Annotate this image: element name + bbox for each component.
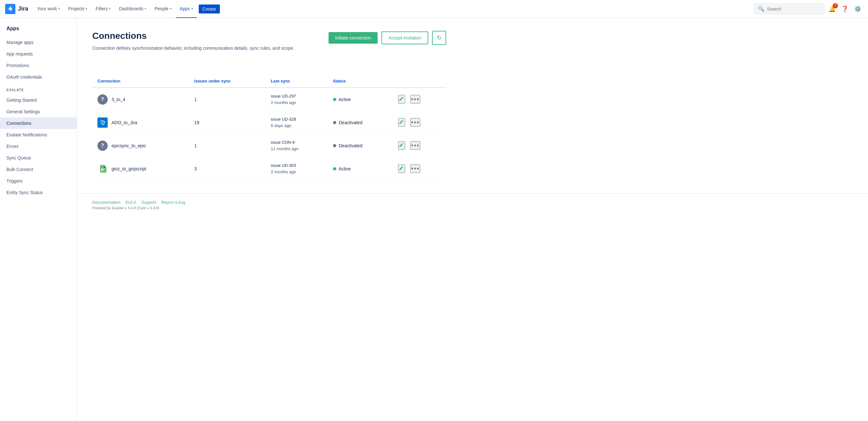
sidebar-item-entity-sync-status[interactable]: Entity Sync Status xyxy=(0,187,76,198)
status-dot-active xyxy=(333,98,336,101)
table-row: ADO_to_Jira 19 issue UD-328 6 days ago D… xyxy=(92,111,446,134)
edit-icon xyxy=(399,142,404,148)
main-content-area: Connections Connection defines synchroni… xyxy=(77,18,868,421)
edit-button[interactable] xyxy=(398,164,405,173)
notifications-button[interactable]: 🔔 7 xyxy=(827,4,837,14)
status-dot-inactive xyxy=(333,121,336,124)
connection-name-cell: ? 3_to_4 xyxy=(97,94,184,105)
sidebar-item-manage-apps[interactable]: Manage apps xyxy=(0,36,76,48)
status-label: Active xyxy=(339,166,351,171)
action-cell: ••• xyxy=(398,141,441,150)
status-label: Active xyxy=(339,97,351,102)
sidebar-item-promotions[interactable]: Promotions xyxy=(0,60,76,71)
more-button[interactable]: ••• xyxy=(410,164,420,173)
table-row: gioz_to_giojscript 3 issue UD-303 2 mont… xyxy=(92,157,446,180)
sidebar-item-app-requests[interactable]: App requests xyxy=(0,48,76,60)
last-sync-issue: issue UD-328 xyxy=(271,116,323,122)
last-sync-cell: issue UD-297 2 months ago xyxy=(271,93,323,106)
nav-filters[interactable]: Filters ▾ xyxy=(92,0,115,18)
last-sync-issue: issue CON-9 xyxy=(271,139,323,146)
edit-button[interactable] xyxy=(398,118,405,127)
header-left: Connections Connection defines synchroni… xyxy=(92,31,329,62)
connection-name-cell: gioz_to_giojscript xyxy=(97,164,184,174)
footer-link-eula[interactable]: EULA xyxy=(125,200,136,205)
connection-icon: ? xyxy=(97,141,108,151)
connections-table: Connection Issues under sync Last sync S… xyxy=(92,75,446,180)
page-footer: Documentation EULA Support Report a bug … xyxy=(77,193,868,216)
footer-link-report-bug[interactable]: Report a bug xyxy=(161,200,185,205)
status-cell: Active xyxy=(333,97,388,102)
edit-icon xyxy=(399,95,404,102)
sidebar-item-oauth[interactable]: OAuth credentials xyxy=(0,71,76,83)
table-body: ? 3_to_4 1 issue UD-297 2 months ago Act… xyxy=(92,88,446,180)
status-label: Deactivated xyxy=(339,143,363,148)
chevron-icon: ▾ xyxy=(86,7,87,10)
logo-text: Jira xyxy=(18,5,28,12)
svg-marker-2 xyxy=(104,165,106,168)
issues-count: 19 xyxy=(189,111,266,134)
notification-badge: 7 xyxy=(833,3,838,8)
initiate-connection-button[interactable]: Initiate connection xyxy=(329,32,378,44)
sidebar-item-triggers[interactable]: Triggers xyxy=(0,175,76,187)
logo[interactable]: Jira xyxy=(5,4,28,14)
accept-invitation-button[interactable]: Accept invitation xyxy=(381,31,428,44)
nav-dashboards[interactable]: Dashboards ▾ xyxy=(115,0,150,18)
connection-name-cell: ? epicsync_to_epic xyxy=(97,141,184,151)
edit-icon xyxy=(399,119,404,124)
sidebar-item-general-settings[interactable]: General Settings xyxy=(0,106,76,117)
last-sync-ago: 2 months ago xyxy=(271,100,323,106)
connection-name-cell: ADO_to_Jira xyxy=(97,117,184,128)
sidebar-item-connections[interactable]: Connections xyxy=(0,117,76,129)
connection-icon xyxy=(97,164,108,174)
last-sync-cell: issue UD-303 2 months ago xyxy=(271,162,323,175)
nav-your-work[interactable]: Your work ▾ xyxy=(33,0,64,18)
col-connection: Connection xyxy=(92,75,189,88)
more-button[interactable]: ••• xyxy=(410,95,420,104)
connection-name: 3_to_4 xyxy=(112,97,125,102)
issues-count: 1 xyxy=(189,134,266,157)
last-sync-ago: 2 months ago xyxy=(271,169,323,175)
nav-apps[interactable]: Apps ▾ xyxy=(176,0,197,18)
chevron-icon: ▾ xyxy=(109,7,111,10)
footer-links: Documentation EULA Support Report a bug xyxy=(92,200,852,205)
chevron-icon: ▾ xyxy=(170,7,172,10)
refresh-button[interactable]: ↻ xyxy=(432,31,446,45)
search-input[interactable] xyxy=(767,6,820,11)
svg-rect-3 xyxy=(101,169,104,169)
help-icon: ❓ xyxy=(841,5,848,12)
chevron-icon: ▾ xyxy=(58,7,60,10)
footer-link-support[interactable]: Support xyxy=(142,200,156,205)
jira-logo-icon xyxy=(5,4,16,14)
sidebar-item-getting-started[interactable]: Getting Started xyxy=(0,94,76,106)
chevron-icon: ▾ xyxy=(191,7,193,10)
page-header: Connections Connection defines synchroni… xyxy=(92,31,446,62)
status-label: Deactivated xyxy=(339,120,363,125)
edit-icon xyxy=(399,165,404,171)
connection-name: gioz_to_giojscript xyxy=(112,166,146,171)
col-last-sync: Last sync xyxy=(266,75,328,88)
page-title: Connections xyxy=(92,31,329,41)
connection-name: epicsync_to_epic xyxy=(112,143,146,148)
edit-button[interactable] xyxy=(398,95,405,104)
settings-button[interactable]: ⚙️ xyxy=(852,4,863,14)
nav-projects[interactable]: Projects ▾ xyxy=(64,0,91,18)
sidebar-item-sync-queue[interactable]: Sync Queue xyxy=(0,152,76,164)
more-button[interactable]: ••• xyxy=(410,141,420,150)
help-button[interactable]: ❓ xyxy=(840,4,850,14)
create-button[interactable]: Create xyxy=(199,4,220,13)
sidebar-item-exalate-notifications[interactable]: Exalate Notifications xyxy=(0,129,76,141)
sidebar-item-bulk-connect[interactable]: Bulk Connect xyxy=(0,164,76,175)
edit-button[interactable] xyxy=(398,141,405,150)
refresh-icon: ↻ xyxy=(437,34,442,41)
search-box[interactable]: 🔍 xyxy=(754,3,825,14)
more-button[interactable]: ••• xyxy=(410,118,420,127)
action-cell: ••• xyxy=(398,118,441,127)
issues-count: 3 xyxy=(189,157,266,180)
last-sync-issue: issue UD-297 xyxy=(271,93,323,100)
footer-link-documentation[interactable]: Documentation xyxy=(92,200,120,205)
sidebar-item-errors[interactable]: Errors xyxy=(0,141,76,152)
connections-page: Connections Connection defines synchroni… xyxy=(77,18,462,193)
sidebar-apps-title: Apps xyxy=(0,23,76,36)
action-buttons: Initiate connection Accept invitation ↻ xyxy=(329,31,446,45)
nav-people[interactable]: People ▾ xyxy=(151,0,175,18)
